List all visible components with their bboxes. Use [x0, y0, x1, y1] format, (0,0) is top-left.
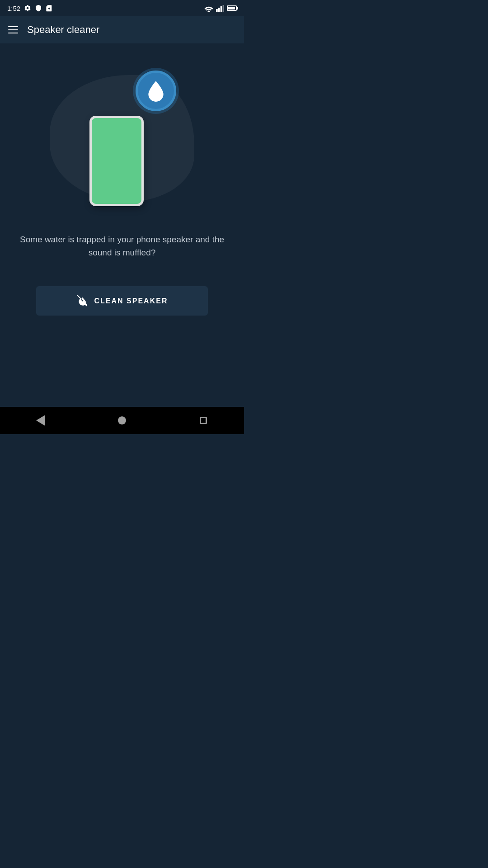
- illustration-container: [45, 61, 199, 215]
- svg-rect-3: [223, 5, 224, 12]
- status-bar-right: [204, 5, 237, 12]
- app-bar: Speaker cleaner: [0, 16, 244, 43]
- clean-speaker-button[interactable]: CLEAN SPEAKER: [36, 286, 208, 316]
- no-water-icon: [76, 295, 88, 307]
- water-drop-icon: [146, 79, 166, 103]
- nav-home-button[interactable]: [113, 411, 131, 429]
- nav-back-button[interactable]: [32, 411, 50, 429]
- wifi-icon: [204, 5, 213, 12]
- app-title: Speaker cleaner: [27, 24, 99, 36]
- phone-illustration: [89, 116, 144, 206]
- svg-rect-2: [221, 6, 222, 12]
- status-bar: 1:52: [0, 0, 244, 16]
- battery-icon: [227, 5, 237, 11]
- home-circle-icon: [118, 416, 126, 425]
- recents-square-icon: [200, 417, 207, 424]
- status-bar-left: 1:52: [7, 5, 53, 12]
- sim-icon: [46, 5, 53, 12]
- main-content: Some water is trapped in your phone spea…: [0, 43, 244, 316]
- description-text: Some water is trapped in your phone spea…: [9, 233, 235, 259]
- shield-icon: [35, 5, 42, 12]
- water-drop-circle: [136, 71, 176, 111]
- signal-icon: [216, 5, 224, 12]
- nav-bar: [0, 407, 244, 434]
- menu-icon[interactable]: [8, 26, 18, 33]
- svg-rect-1: [218, 8, 220, 12]
- back-triangle-icon: [36, 415, 45, 426]
- nav-recents-button[interactable]: [194, 411, 212, 429]
- status-time: 1:52: [7, 5, 20, 12]
- svg-rect-0: [216, 9, 218, 12]
- settings-icon: [24, 5, 31, 12]
- clean-button-label: CLEAN SPEAKER: [94, 297, 168, 305]
